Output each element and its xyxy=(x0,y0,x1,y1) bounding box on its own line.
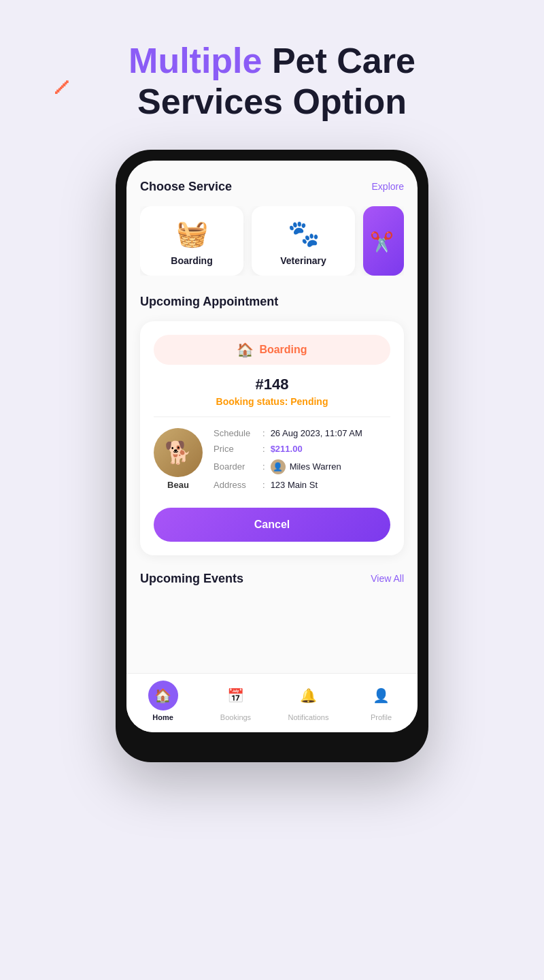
appointment-section-title: Upcoming Appointment xyxy=(140,295,278,309)
boarding-icon: 🧺 xyxy=(176,218,208,248)
schedule-row: Schedule : 26 Aug 2023, 11:07 AM xyxy=(214,428,390,438)
appointment-info: Schedule : 26 Aug 2023, 11:07 AM Price :… xyxy=(214,428,390,495)
boarding-badge-label: Boarding xyxy=(259,344,307,356)
bookings-label: Bookings xyxy=(220,713,251,721)
hero-title: Multiple Pet CareServices Option xyxy=(41,41,503,122)
view-all-link[interactable]: View All xyxy=(371,573,404,584)
status-value: Pending xyxy=(290,396,328,407)
events-title: Upcoming Events xyxy=(140,572,243,586)
price-label: Price xyxy=(214,444,262,454)
notifications-icon-wrap: 🔔 xyxy=(294,681,324,710)
profile-label: Profile xyxy=(371,713,392,721)
boarder-avatar: 👤 xyxy=(271,459,286,474)
bookings-icon: 📅 xyxy=(227,687,244,704)
profile-icon-wrap: 👤 xyxy=(367,681,396,710)
home-icon-wrap: 🏠 xyxy=(148,681,178,710)
explore-link[interactable]: Explore xyxy=(372,181,404,192)
schedule-value: 26 Aug 2023, 11:07 AM xyxy=(271,428,362,438)
boarding-badge-icon: 🏠 xyxy=(237,342,254,358)
cancel-button[interactable]: Cancel xyxy=(154,508,390,542)
pet-section: 🐕 Beau xyxy=(154,428,203,490)
boarder-label: Boarder xyxy=(214,461,262,472)
appointment-card: 🏠 Boarding #148 Booking status: Pending … xyxy=(140,321,404,555)
appointment-type-badge: 🏠 Boarding xyxy=(154,335,390,365)
service-card-boarding[interactable]: 🧺 Boarding xyxy=(140,206,243,276)
veterinary-icon: 🐾 xyxy=(288,218,320,248)
boarding-label: Boarding xyxy=(171,255,212,266)
boarder-name: Miles Warren xyxy=(290,461,341,472)
phone-screen: Choose Service Explore 🧺 Boarding 🐾 Vete… xyxy=(126,161,418,732)
appointment-details-row: 🐕 Beau Schedule : 26 Aug 2023, 11:07 AM … xyxy=(154,428,390,495)
pet-avatar: 🐕 xyxy=(154,428,203,477)
profile-icon: 👤 xyxy=(373,687,390,704)
screen-content: Choose Service Explore 🧺 Boarding 🐾 Vete… xyxy=(126,161,418,673)
notifications-icon: 🔔 xyxy=(300,687,317,704)
nav-item-home[interactable]: 🏠 Home xyxy=(126,681,199,721)
phone-frame: Choose Service Explore 🧺 Boarding 🐾 Vete… xyxy=(116,150,428,762)
nav-item-notifications[interactable]: 🔔 Notifications xyxy=(272,681,345,721)
events-header: Upcoming Events View All xyxy=(140,572,404,594)
bookings-icon-wrap: 📅 xyxy=(221,681,251,710)
home-label: Home xyxy=(152,713,173,721)
boarder-row: Boarder : 👤 Miles Warren xyxy=(214,459,390,474)
services-row: 🧺 Boarding 🐾 Veterinary ✂️ xyxy=(140,206,404,276)
pet-name: Beau xyxy=(154,480,203,490)
address-row: Address : 123 Main St xyxy=(214,480,390,490)
appointment-number: #148 xyxy=(154,376,390,393)
address-label: Address xyxy=(214,480,262,490)
grooming-icon: ✂️ xyxy=(370,231,394,253)
notifications-label: Notifications xyxy=(288,713,329,721)
choose-service-title: Choose Service xyxy=(140,180,232,194)
veterinary-label: Veterinary xyxy=(280,255,326,266)
address-value: 123 Main St xyxy=(271,480,318,490)
home-icon: 🏠 xyxy=(154,687,171,704)
nav-item-profile[interactable]: 👤 Profile xyxy=(345,681,418,721)
schedule-label: Schedule xyxy=(214,428,262,438)
appointment-section-header: Upcoming Appointment xyxy=(140,295,404,309)
service-card-veterinary[interactable]: 🐾 Veterinary xyxy=(252,206,355,276)
choose-service-header: Choose Service Explore xyxy=(140,180,404,194)
decorative-accent: ⟋ xyxy=(49,75,73,99)
appointment-divider xyxy=(154,416,390,417)
hero-section: ⟋ Multiple Pet CareServices Option xyxy=(0,41,544,122)
status-label: Booking status: xyxy=(216,396,288,407)
price-row: Price : $211.00 xyxy=(214,444,390,454)
bottom-nav: 🏠 Home 📅 Bookings 🔔 Notifications 👤 xyxy=(126,673,418,732)
nav-item-bookings[interactable]: 📅 Bookings xyxy=(199,681,272,721)
hero-title-highlight: Multiple xyxy=(129,41,262,80)
price-value: $211.00 xyxy=(271,444,303,454)
service-card-grooming[interactable]: ✂️ xyxy=(363,206,404,276)
appointment-status: Booking status: Pending xyxy=(154,396,390,407)
boarder-info: 👤 Miles Warren xyxy=(271,459,341,474)
